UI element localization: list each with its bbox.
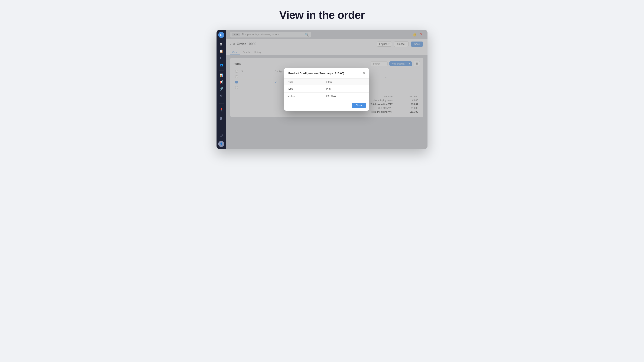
modal-close-footer-button[interactable]: Close xyxy=(352,103,366,108)
sidebar-item-documents[interactable]: 🗒 xyxy=(218,55,224,61)
sidebar-item-settings[interactable]: ⚙ xyxy=(218,93,224,99)
sidebar-item-location[interactable]: 📍 xyxy=(218,107,224,113)
page-title: View in the order xyxy=(279,8,364,21)
modal-col-input: Input xyxy=(323,79,369,85)
sidebar-item-dashboard[interactable]: ⊞ xyxy=(218,41,224,47)
sidebar: G ⊞ 📋 🗒 👥 📊 📢 🔗 ⚙ 📍 🗄 ⋯ ⓘ 👤 xyxy=(216,30,226,149)
modal-footer: Close xyxy=(284,100,369,111)
sidebar-item-orders[interactable]: 📋 xyxy=(218,48,224,54)
sidebar-divider-1 xyxy=(219,70,224,70)
modal-table-row: Type Print xyxy=(284,85,369,93)
browser-window: G ⊞ 📋 🗒 👥 📊 📢 🔗 ⚙ 📍 🗄 ⋯ ⓘ 👤 All ▾ xyxy=(216,30,428,149)
sidebar-item-reports[interactable]: 📊 xyxy=(218,72,224,78)
modal-table: Field Input Type Print Motive KATA xyxy=(284,79,369,100)
modal-col-field: Field xyxy=(284,79,323,85)
app-logo[interactable]: G xyxy=(218,32,224,38)
sidebar-bottom: 📍 🗄 ⋯ ⓘ 👤 xyxy=(218,102,224,147)
sidebar-item-campaigns[interactable]: 📢 xyxy=(218,79,224,85)
modal-body: Field Input Type Print Motive KATA xyxy=(284,79,369,100)
sidebar-item-integrations[interactable]: 🔗 xyxy=(218,86,224,92)
modal-header: Product Configuration (Surcharge: £10.00… xyxy=(284,68,369,79)
modal-input-motive: KATANA. xyxy=(323,93,369,100)
modal-close-button[interactable]: × xyxy=(363,71,365,75)
sidebar-item-info[interactable]: ⓘ xyxy=(218,132,224,138)
modal-table-header: Field Input xyxy=(284,79,369,85)
sidebar-item-customers[interactable]: 👥 xyxy=(218,62,224,68)
sidebar-divider-2 xyxy=(219,103,224,103)
sidebar-item-database[interactable]: 🗄 xyxy=(218,115,224,121)
modal-overlay[interactable]: Product Configuration (Surcharge: £10.00… xyxy=(226,30,428,149)
modal-title: Product Configuration (Surcharge: £10.00… xyxy=(288,72,344,75)
modal-input-type: Print xyxy=(323,85,369,93)
modal-table-row: Motive KATANA. xyxy=(284,93,369,100)
sidebar-item-more[interactable]: ⋯ xyxy=(218,124,224,130)
modal-field-type: Type xyxy=(284,85,323,93)
main-content: All ▾ 🔍 🔔 ❓ ‹ ⧉ Order 10000 English xyxy=(226,30,428,149)
product-config-modal: Product Configuration (Surcharge: £10.00… xyxy=(284,68,369,111)
user-avatar[interactable]: 👤 xyxy=(218,141,224,147)
modal-field-motive: Motive xyxy=(284,93,323,100)
